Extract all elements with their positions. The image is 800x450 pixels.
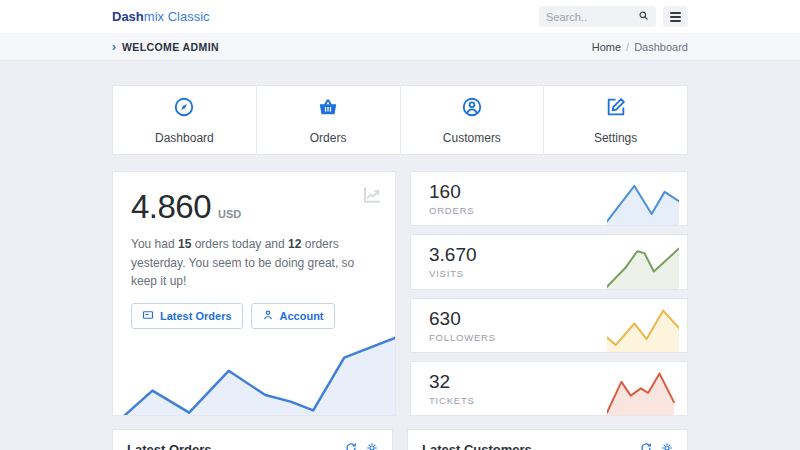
- refresh-button[interactable]: [640, 442, 652, 450]
- panel-title: Latest Orders: [127, 442, 212, 450]
- search-box: [539, 6, 656, 27]
- hamburger-menu-button[interactable]: [663, 6, 688, 27]
- breadcrumb: Home / Dashboard: [592, 41, 688, 53]
- latest-orders-button-label: Latest Orders: [160, 310, 232, 322]
- followers-sparkline: [607, 306, 679, 352]
- breadcrumb-bar: › WELCOME ADMIN Home / Dashboard: [0, 33, 800, 61]
- panel-title: Latest Customers: [422, 442, 532, 450]
- hamburger-icon: [670, 12, 681, 22]
- earnings-area-chart: [113, 329, 395, 416]
- search-button[interactable]: [638, 9, 649, 24]
- stat-card-tickets[interactable]: 32 TICKETS: [410, 361, 688, 416]
- edit-icon: [605, 96, 627, 122]
- nav-card-label: Customers: [443, 131, 501, 145]
- nav-card-label: Dashboard: [155, 131, 214, 145]
- person-icon: [262, 309, 274, 323]
- stat-card-followers[interactable]: 630 FOLLOWERS: [410, 298, 688, 353]
- nav-card-label: Settings: [594, 131, 637, 145]
- chevron-right-icon: ›: [112, 41, 116, 53]
- nav-card-settings[interactable]: Settings: [543, 86, 687, 154]
- account-button-label: Account: [280, 310, 324, 322]
- magnifier-icon: [638, 9, 649, 24]
- nav-card-orders[interactable]: Orders: [256, 86, 400, 154]
- tickets-sparkline: [607, 369, 679, 415]
- breadcrumb-current: Dashboard: [634, 41, 688, 53]
- welcome-title: WELCOME ADMIN: [122, 41, 219, 53]
- stat-card-orders[interactable]: 160 ORDERS: [410, 171, 688, 226]
- refresh-icon: [345, 442, 357, 450]
- logo-bold-part: Dash: [112, 9, 144, 24]
- top-header: Dashmix Classic: [0, 0, 800, 33]
- visits-sparkline: [607, 243, 679, 289]
- app-logo[interactable]: Dashmix Classic: [112, 9, 210, 24]
- orders-icon: [142, 309, 154, 323]
- account-button[interactable]: Account: [251, 303, 335, 329]
- latest-orders-button[interactable]: Latest Orders: [131, 303, 243, 329]
- earnings-currency: USD: [218, 208, 241, 220]
- breadcrumb-separator: /: [626, 41, 629, 53]
- earnings-card: 4.860 USD You had 15 orders today and 12…: [112, 171, 396, 416]
- logo-light-part: mix Classic: [144, 9, 210, 24]
- refresh-icon: [640, 442, 652, 450]
- earnings-message: You had 15 orders today and 12 orders ye…: [131, 235, 381, 291]
- refresh-button[interactable]: [345, 442, 357, 450]
- nav-card-dashboard[interactable]: Dashboard: [113, 86, 256, 154]
- orders-sparkline: [607, 179, 679, 225]
- breadcrumb-home-link[interactable]: Home: [592, 41, 621, 53]
- user-circle-icon: [461, 96, 483, 122]
- gear-icon: [661, 442, 673, 450]
- search-input[interactable]: [546, 11, 638, 23]
- stat-card-visits[interactable]: 3.670 VISITS: [410, 234, 688, 289]
- latest-orders-panel: Latest Orders: [112, 429, 393, 450]
- gear-icon: [366, 442, 378, 450]
- basket-icon: [317, 96, 339, 122]
- shortcut-nav-row: Dashboard Orders Customers Settings: [112, 85, 688, 155]
- settings-button[interactable]: [366, 442, 378, 450]
- nav-card-customers[interactable]: Customers: [400, 86, 544, 154]
- latest-customers-panel: Latest Customers: [407, 429, 688, 450]
- chart-line-icon: [362, 185, 382, 209]
- settings-button[interactable]: [661, 442, 673, 450]
- nav-card-label: Orders: [310, 131, 347, 145]
- compass-icon: [173, 96, 195, 122]
- earnings-amount: 4.860: [131, 188, 211, 226]
